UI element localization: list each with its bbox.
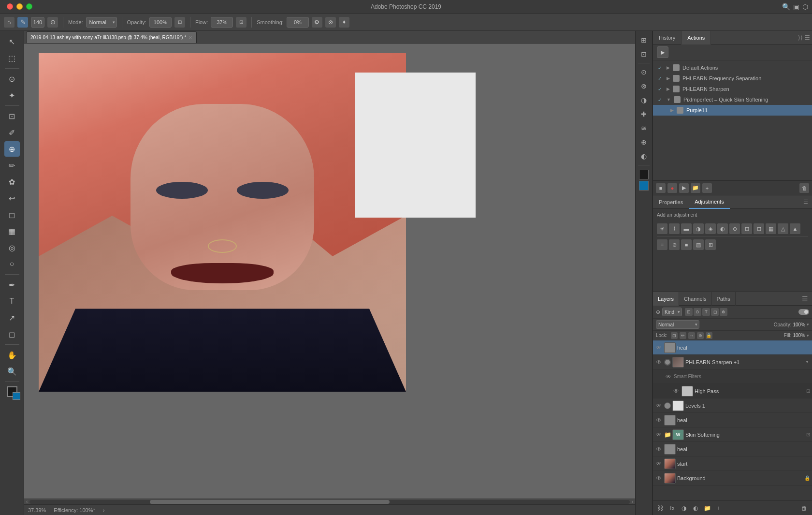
- tab-properties[interactable]: Properties: [653, 195, 689, 209]
- arrangement-icon[interactable]: ▣: [793, 3, 799, 11]
- colorbalance-adj-icon[interactable]: ⊕: [729, 223, 740, 234]
- scroll-thumb[interactable]: [150, 500, 390, 504]
- layer-eye-9[interactable]: 👁: [655, 460, 663, 467]
- gear-icon[interactable]: ⚙: [312, 17, 322, 28]
- lock-all-icon[interactable]: 🔒: [706, 332, 712, 339]
- healing-icon[interactable]: ✚: [638, 108, 650, 120]
- scroll-left-arrow[interactable]: ‹: [26, 499, 28, 504]
- brush-tool-icon[interactable]: ✎: [17, 17, 28, 28]
- layer-eye-6[interactable]: 👁: [655, 417, 663, 424]
- invert-adj-icon[interactable]: ⊘: [669, 239, 680, 250]
- action-item-sharpen[interactable]: ✓ ▶ PHLEARN Sharpen: [653, 84, 812, 94]
- filter-pixel-icon[interactable]: ⊡: [685, 308, 693, 316]
- opacity-chevron[interactable]: ▾: [807, 322, 809, 327]
- gradient-fill-icon[interactable]: ▧: [693, 239, 704, 250]
- opacity-input[interactable]: [149, 17, 172, 28]
- layer-item-heal-3[interactable]: 👁 heal: [653, 442, 812, 456]
- clone-stamp-tool[interactable]: ✿: [4, 174, 20, 190]
- lock-transparent-icon[interactable]: ⊡: [671, 332, 678, 339]
- filter-smart-icon[interactable]: ⊗: [720, 308, 727, 316]
- magic-wand-tool[interactable]: ✦: [4, 88, 20, 103]
- record-icon[interactable]: ●: [667, 183, 677, 193]
- delete-action-icon[interactable]: 🗑: [799, 183, 809, 193]
- layer-eye-3[interactable]: 👁: [665, 373, 672, 380]
- brightness-adj-icon[interactable]: ☀: [657, 223, 667, 234]
- layer-item-heal-1[interactable]: 👁 heal: [653, 340, 812, 355]
- action-item-pix[interactable]: ✓ ▼ PixImperfect – Quick Skin Softening: [653, 94, 812, 105]
- maximize-button[interactable]: [26, 3, 32, 10]
- add-mask-icon[interactable]: ◑: [679, 503, 689, 513]
- blur-tool[interactable]: ◎: [4, 240, 20, 255]
- transform-icon[interactable]: ⊞: [638, 34, 650, 46]
- tab-paths[interactable]: Paths: [712, 292, 736, 306]
- smoothing-input[interactable]: [287, 17, 309, 28]
- adjustment-mid-icon[interactable]: ◐: [638, 150, 650, 162]
- pen-tool[interactable]: ✒: [4, 277, 20, 293]
- lock-artboard-icon[interactable]: ↔: [688, 332, 695, 339]
- workspace-icon[interactable]: ⬡: [802, 3, 808, 11]
- add-style-icon[interactable]: fx: [667, 503, 677, 513]
- layer-item-highpass[interactable]: 👁 High Pass ⊡: [653, 384, 812, 398]
- vibrance-adj-icon[interactable]: ◈: [705, 223, 716, 234]
- opacity-pressure-icon[interactable]: ⊡: [174, 17, 185, 28]
- hsl-adj-icon[interactable]: ◐: [717, 223, 728, 234]
- lasso-tool[interactable]: ⊙: [4, 71, 20, 87]
- new-set-icon[interactable]: 📁: [691, 183, 700, 193]
- action-item-default[interactable]: ✓ ▶ Default Actions: [653, 62, 812, 73]
- opacity-value[interactable]: 100%: [793, 322, 805, 327]
- channel-mixer-icon[interactable]: ⊟: [754, 223, 764, 234]
- lock-paint-icon[interactable]: ✏: [680, 332, 686, 339]
- layer-eye-7[interactable]: 👁: [655, 431, 663, 438]
- layer-item-skin-soft[interactable]: 👁 📁 W Skin Softening ⊡: [653, 427, 812, 442]
- filter-shape-icon[interactable]: ◻: [711, 308, 719, 316]
- layers-menu-icon[interactable]: ☰: [802, 295, 812, 303]
- layer-eye-2[interactable]: 👁: [655, 359, 663, 366]
- selective-color-icon[interactable]: △: [778, 223, 788, 234]
- photofilter-adj-icon[interactable]: ⊞: [741, 223, 752, 234]
- play-button[interactable]: ▶: [657, 46, 668, 58]
- lock-position-icon[interactable]: ⊕: [697, 332, 704, 339]
- fill-chevron[interactable]: ▾: [807, 333, 809, 338]
- search-icon[interactable]: 🔍: [782, 3, 790, 11]
- tab-layers[interactable]: Layers: [653, 292, 679, 306]
- new-adjustment-icon[interactable]: ◐: [691, 503, 700, 513]
- gradient-tool[interactable]: ▦: [4, 223, 20, 239]
- new-layer-icon[interactable]: +: [714, 503, 724, 513]
- layer-item-levels[interactable]: 👁 Levels 1: [653, 398, 812, 413]
- layer-eye-4[interactable]: 👁: [672, 388, 680, 395]
- spot-heal-tool[interactable]: ⊕: [4, 141, 20, 157]
- shape-tool[interactable]: ◻: [4, 326, 20, 342]
- dodge-tool[interactable]: ○: [4, 256, 20, 272]
- zoom-tool[interactable]: 🔍: [4, 364, 20, 379]
- move-tool[interactable]: ↖: [4, 34, 20, 49]
- layer-item-heal-2[interactable]: 👁 heal: [653, 413, 812, 427]
- tab-channels[interactable]: Channels: [679, 292, 711, 306]
- liquify-icon[interactable]: ≋: [638, 122, 650, 134]
- crop-tool[interactable]: ⊡: [4, 108, 20, 124]
- collapse-icon[interactable]: ⟩⟩: [798, 34, 803, 41]
- mask-icon[interactable]: ◑: [638, 94, 650, 106]
- crop-mid-icon[interactable]: ⊡: [638, 48, 650, 60]
- filter-adjust-icon[interactable]: ⊙: [694, 308, 701, 316]
- path-select-tool[interactable]: ↗: [4, 310, 20, 325]
- threshold-adj-icon[interactable]: ▲: [790, 223, 800, 234]
- filter-icon[interactable]: ⊕: [638, 136, 650, 148]
- horizontal-scrollbar[interactable]: ‹ ›: [24, 499, 635, 504]
- foreground-color[interactable]: [7, 386, 17, 397]
- refine-edge-icon[interactable]: ⊗: [638, 80, 650, 92]
- status-arrow[interactable]: ›: [103, 507, 105, 513]
- layer-item-smart-filters[interactable]: 👁 Smart Filters: [653, 369, 812, 384]
- curves-adj-icon[interactable]: ⌇: [669, 223, 680, 234]
- tab-adjustments[interactable]: Adjustments: [689, 195, 730, 209]
- foreground-swatch[interactable]: [639, 170, 649, 179]
- select-subject-icon[interactable]: ⊙: [638, 66, 650, 78]
- close-button[interactable]: [7, 3, 13, 10]
- stop-icon[interactable]: ■: [656, 183, 666, 193]
- background-swatch[interactable]: [639, 181, 649, 191]
- mode-select[interactable]: Normal Multiply Screen: [86, 17, 117, 28]
- home-icon[interactable]: ⌂: [4, 17, 14, 28]
- filter-toggle[interactable]: [798, 309, 809, 315]
- tab-history[interactable]: History: [653, 31, 682, 44]
- layer-eye-10[interactable]: 👁: [655, 475, 663, 482]
- layer-eye-1[interactable]: 👁: [655, 344, 663, 351]
